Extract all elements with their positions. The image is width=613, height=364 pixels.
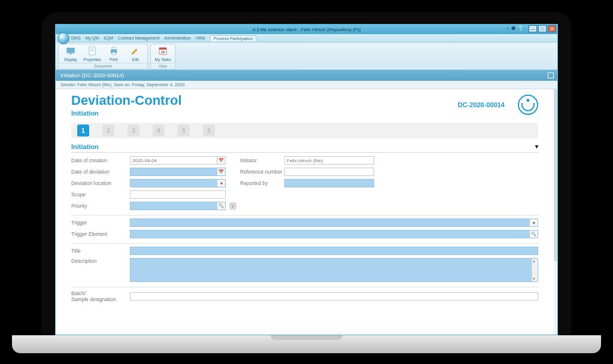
- help-icon[interactable]: ❔: [518, 26, 524, 31]
- label-date-of-deviation: Date of deviation: [71, 169, 126, 175]
- step-3[interactable]: 3: [128, 125, 139, 136]
- label-date-of-creation: Date of creation: [71, 157, 126, 163]
- divider: [71, 287, 538, 287]
- svg-text:28: 28: [161, 50, 165, 54]
- page-subtitle: Initiation: [71, 110, 182, 117]
- ribbon-properties-button[interactable]: Properties: [82, 46, 102, 62]
- svg-rect-0: [66, 48, 75, 53]
- page-title: Deviation-Control: [71, 93, 182, 108]
- menu-administration[interactable]: Administration: [164, 36, 190, 40]
- svg-rect-1: [69, 54, 72, 55]
- input-scope[interactable]: [130, 190, 226, 199]
- label-reference-number: Reference number: [240, 169, 281, 175]
- window-buttons: — □ ✕: [529, 25, 556, 32]
- divider: [71, 215, 538, 216]
- vertical-scrollbar[interactable]: [554, 89, 557, 335]
- input-reported-by[interactable]: [284, 179, 374, 187]
- label-initiator: Initiator: [240, 157, 281, 163]
- step-4[interactable]: 4: [153, 125, 165, 136]
- ribbon-group-view: 28 My Tasks View: [150, 44, 175, 69]
- system-tray-icons: ⌂ ❶ ❔: [506, 26, 524, 31]
- laptop-frame: d.3 life science client - Felix Hirsch […: [42, 12, 571, 335]
- step-indicator: 1 2 3 4 5 6: [71, 123, 538, 138]
- priority-info-icon[interactable]: i: [229, 202, 236, 210]
- input-date-of-deviation[interactable]: [130, 168, 226, 176]
- document-title-bar: Initiation (DC-2020-00014): [56, 70, 557, 81]
- laptop-notch: [271, 335, 342, 340]
- menu-hrm[interactable]: HRM: [196, 36, 205, 40]
- section-header-initiation[interactable]: Initiation ▾: [71, 143, 538, 153]
- input-reference-number[interactable]: [284, 168, 374, 176]
- input-batch[interactable]: [130, 292, 538, 301]
- svg-rect-6: [112, 47, 116, 50]
- close-button[interactable]: ✕: [548, 25, 556, 32]
- sender-info-text: Sender: Felix Hirsch (fhir), Sent on: Fr…: [60, 82, 184, 87]
- collapse-icon[interactable]: ▾: [535, 143, 538, 150]
- textarea-description[interactable]: [130, 258, 538, 282]
- menu-contract-management[interactable]: Contract Management: [118, 36, 159, 40]
- lookup-trigger-element[interactable]: [130, 230, 538, 238]
- step-5[interactable]: 5: [178, 125, 190, 136]
- app-orb-icon[interactable]: [57, 32, 69, 44]
- select-deviation-location[interactable]: [130, 179, 226, 187]
- input-initiator[interactable]: Felix Hirsch (fhir): [284, 156, 374, 165]
- print-icon: [108, 46, 119, 56]
- sender-info-bar: Sender: Felix Hirsch (fhir), Sent on: Fr…: [56, 81, 557, 89]
- ribbon-group-document-label: Document: [59, 63, 147, 69]
- ribbon-my-tasks-button[interactable]: 28 My Tasks: [153, 46, 173, 62]
- step-6[interactable]: 6: [203, 125, 215, 136]
- label-description: Description: [71, 258, 126, 264]
- chevron-down-icon[interactable]: [529, 219, 538, 226]
- menu-eqm[interactable]: EQM: [104, 36, 113, 40]
- search-icon[interactable]: [217, 202, 225, 210]
- menu-dms[interactable]: DMS: [71, 36, 81, 40]
- document-title: Initiation (DC-2020-00014): [60, 72, 124, 78]
- calendar-picker-icon[interactable]: [217, 157, 225, 164]
- label-trigger: Trigger: [71, 220, 126, 226]
- form-header: Deviation-Control Initiation DC-2020-000…: [71, 93, 538, 117]
- ribbon-display-button[interactable]: Display: [60, 46, 81, 62]
- ribbon-group-view-label: View: [151, 63, 175, 69]
- scrollbar-thumb[interactable]: [554, 89, 557, 261]
- scrollbar[interactable]: [532, 259, 538, 281]
- ribbon-print-button[interactable]: Print: [104, 46, 124, 62]
- field-grid: Date of creation 2020-09-04 Initiator Fe…: [71, 156, 538, 210]
- menu-bar: DMS My QM EQM Contract Management Admini…: [56, 34, 557, 43]
- maximize-button[interactable]: □: [538, 25, 547, 32]
- divider: [71, 243, 538, 244]
- company-logo-icon: [518, 95, 538, 115]
- lookup-priority[interactable]: [130, 202, 226, 210]
- display-icon: [65, 46, 76, 56]
- label-trigger-element: Trigger Element: [71, 231, 126, 237]
- home-icon[interactable]: ⌂: [506, 26, 509, 31]
- ribbon-group-document: Display Properties Print Edit: [58, 44, 148, 69]
- input-date-of-creation[interactable]: 2020-09-04: [130, 156, 226, 165]
- label-scope: Scope: [71, 192, 126, 198]
- window-titlebar: d.3 life science client - Felix Hirsch […: [56, 25, 557, 34]
- form-body: Deviation-Control Initiation DC-2020-000…: [56, 89, 554, 335]
- minimize-button[interactable]: —: [529, 25, 537, 32]
- calendar-icon: 28: [157, 46, 168, 56]
- label-deviation-location: Deviation location: [71, 180, 126, 186]
- search-icon[interactable]: [529, 230, 538, 238]
- laptop-base: [12, 335, 601, 353]
- calendar-picker-icon[interactable]: [217, 168, 225, 175]
- select-trigger[interactable]: [130, 219, 538, 227]
- label-reported-by: Reported by: [240, 180, 281, 186]
- label-batch: Batch/ Sample designation: [71, 290, 126, 302]
- maximize-pane-icon[interactable]: [548, 72, 554, 78]
- document-number: DC-2020-00014: [458, 101, 505, 108]
- chevron-down-icon[interactable]: [217, 180, 225, 187]
- window-title: d.3 life science client - Felix Hirsch […: [253, 27, 361, 32]
- step-2[interactable]: 2: [102, 125, 114, 136]
- app-window: d.3 life science client - Felix Hirsch […: [55, 24, 558, 335]
- edit-icon: [130, 46, 141, 56]
- ribbon-edit-button[interactable]: Edit: [125, 46, 145, 62]
- ribbon: Display Properties Print Edit: [56, 43, 557, 70]
- menu-process-participation[interactable]: Process Participation: [210, 35, 257, 41]
- user-icon[interactable]: ❶: [511, 26, 515, 31]
- label-title: Title: [71, 248, 126, 254]
- menu-my-qm[interactable]: My QM: [86, 36, 99, 40]
- step-1[interactable]: 1: [77, 125, 89, 136]
- input-title[interactable]: [130, 247, 538, 255]
